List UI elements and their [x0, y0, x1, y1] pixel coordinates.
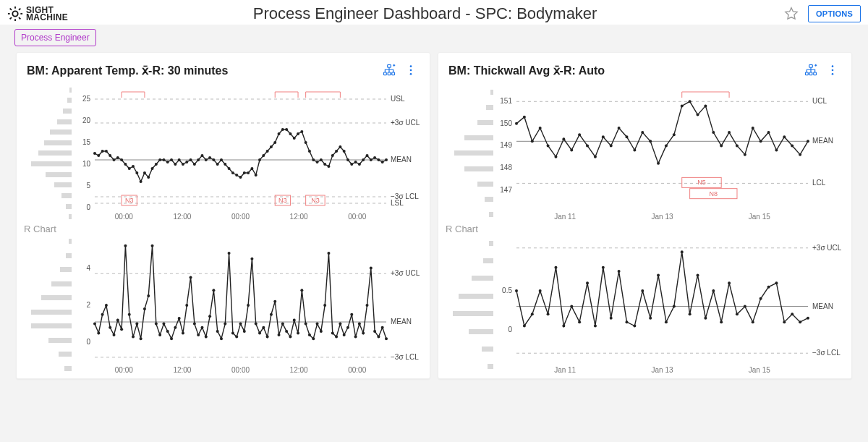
svg-point-154: [182, 331, 184, 334]
svg-point-260: [697, 114, 699, 116]
panel-title: BM: Apparent Temp. x̄-R: 30 minutes: [27, 64, 376, 77]
svg-point-305: [665, 320, 668, 323]
svg-point-238: [523, 116, 526, 119]
svg-point-249: [610, 144, 613, 147]
svg-point-72: [216, 163, 219, 166]
r-chart-label: R Chart: [24, 222, 75, 234]
svg-point-175: [262, 326, 265, 329]
svg-point-83: [258, 158, 261, 161]
svg-point-113: [373, 156, 376, 159]
svg-point-184: [297, 331, 299, 334]
filter-tag[interactable]: Process Engineer: [14, 29, 96, 46]
svg-point-313: [728, 281, 731, 284]
svg-rect-9: [388, 65, 391, 68]
svg-point-88: [278, 132, 281, 135]
svg-text:25: 25: [82, 95, 91, 103]
favorite-button[interactable]: [782, 4, 801, 23]
svg-point-111: [365, 154, 368, 157]
svg-point-307: [681, 250, 684, 253]
svg-point-177: [270, 313, 273, 316]
svg-point-68: [200, 154, 203, 157]
svg-point-314: [736, 313, 739, 315]
svg-text:MEAN: MEAN: [812, 302, 833, 310]
svg-point-266: [744, 153, 746, 156]
histogram: [24, 85, 75, 222]
svg-point-197: [346, 326, 349, 329]
svg-point-163: [216, 330, 219, 333]
svg-point-140: [128, 313, 131, 316]
r-chart-label: R Chart: [446, 222, 496, 234]
svg-point-241: [547, 144, 550, 147]
svg-point-108: [354, 161, 357, 163]
svg-point-186: [305, 323, 307, 326]
svg-rect-11: [388, 72, 391, 75]
svg-text:N3: N3: [125, 197, 134, 204]
svg-point-315: [744, 305, 746, 308]
svg-point-51: [135, 171, 138, 174]
svg-point-292: [562, 325, 565, 328]
svg-point-312: [720, 320, 723, 323]
xbar-chart: 0510152025USL+3σ UCLMEAN−3σ LCLLSLN3N3N3…: [75, 85, 422, 222]
svg-point-268: [760, 140, 762, 143]
svg-point-202: [365, 304, 368, 307]
svg-text:MEAN: MEAN: [812, 137, 833, 145]
svg-rect-10: [384, 72, 387, 75]
svg-point-174: [258, 331, 261, 334]
panel-menu-button[interactable]: [402, 61, 420, 79]
svg-point-43: [105, 150, 108, 153]
svg-point-106: [346, 158, 349, 161]
svg-text:0: 0: [86, 203, 90, 211]
svg-point-102: [331, 154, 334, 157]
svg-point-98: [316, 161, 319, 163]
svg-point-16: [410, 69, 412, 72]
brand-bottom: MACHINE: [26, 14, 68, 21]
svg-point-132: [97, 331, 100, 334]
svg-point-179: [278, 333, 281, 336]
svg-point-304: [657, 273, 660, 276]
svg-point-290: [547, 313, 550, 315]
svg-point-82: [255, 174, 258, 177]
svg-point-67: [197, 158, 200, 161]
svg-point-187: [308, 333, 311, 336]
options-button[interactable]: OPTIONS: [808, 5, 861, 22]
svg-point-309: [697, 273, 699, 276]
svg-point-301: [633, 325, 636, 328]
svg-point-48: [124, 163, 127, 166]
histogram: [24, 234, 75, 375]
svg-text:12:00: 12:00: [290, 366, 308, 374]
svg-point-311: [712, 289, 715, 292]
svg-text:+3σ UCL: +3σ UCL: [812, 244, 842, 252]
svg-point-189: [316, 323, 319, 326]
svg-point-322: [799, 320, 801, 323]
svg-text:12:00: 12:00: [290, 213, 308, 221]
svg-point-115: [381, 161, 384, 163]
svg-point-297: [602, 266, 605, 269]
svg-point-96: [308, 150, 311, 153]
svg-point-201: [362, 331, 365, 334]
svg-point-137: [116, 318, 119, 321]
svg-point-170: [243, 330, 246, 333]
svg-point-77: [235, 174, 238, 177]
svg-point-95: [305, 141, 307, 144]
svg-point-71: [212, 158, 215, 161]
svg-point-190: [320, 330, 323, 333]
svg-point-99: [320, 158, 323, 161]
svg-point-143: [140, 337, 142, 340]
svg-text:Jan 13: Jan 13: [651, 213, 673, 221]
svg-point-256: [665, 144, 668, 147]
svg-point-158: [197, 333, 200, 336]
svg-point-265: [736, 144, 739, 147]
svg-point-75: [228, 167, 231, 170]
svg-text:147: 147: [500, 186, 512, 194]
panel-menu-button[interactable]: [824, 61, 841, 79]
svg-point-134: [105, 304, 108, 307]
svg-point-40: [93, 152, 96, 155]
svg-point-65: [190, 158, 192, 161]
network-button[interactable]: [802, 61, 820, 79]
svg-point-246: [586, 144, 589, 147]
network-button[interactable]: [380, 61, 398, 79]
svg-point-176: [266, 336, 269, 339]
svg-point-149: [162, 323, 165, 326]
svg-point-73: [220, 158, 223, 161]
range-chart: 024+3σ UCLMEAN−3σ LCL00:0012:0000:0012:0…: [75, 234, 422, 375]
